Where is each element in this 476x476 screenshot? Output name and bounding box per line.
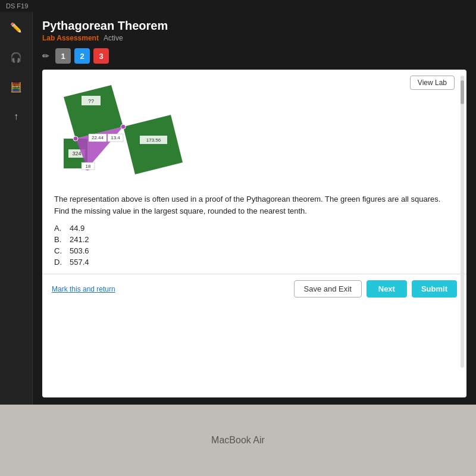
subtitle-row: Lab Assessment Active (42, 34, 466, 42)
tab-2[interactable]: 2 (74, 48, 90, 64)
bottom-bar: Mark this and return Save and Exit Next … (42, 274, 466, 303)
svg-text:324: 324 (72, 151, 81, 156)
diagram-svg: ?? 324 173.56 22.44 (52, 79, 218, 189)
question-panel: View Lab ?? 324 (42, 70, 466, 397)
answer-value-d: 557.4 (70, 258, 89, 267)
mark-return-link[interactable]: Mark this and return (52, 285, 115, 293)
question-tabs: ✏ 1 2 3 (42, 48, 466, 64)
headphone-icon[interactable]: 🎧 (7, 48, 26, 67)
diagram-area: ?? 324 173.56 22.44 (42, 70, 221, 189)
answer-option-c[interactable]: C. 503.6 (54, 246, 455, 255)
main-content: Pythagorean Theorem Lab Assessment Activ… (33, 12, 476, 405)
top-bar-label: DS F19 (6, 2, 28, 10)
answer-letter-a: A. (54, 224, 66, 233)
answer-letter-d: D. (54, 258, 66, 267)
macbook-label: MacBook Air (211, 435, 265, 446)
top-bar: DS F19 (0, 0, 476, 12)
calculator-icon[interactable]: 🧮 (7, 77, 26, 96)
arrow-up-icon[interactable]: ↑ (7, 107, 26, 126)
svg-text:18: 18 (86, 164, 91, 169)
answer-option-d[interactable]: D. 557.4 (54, 258, 455, 267)
scrollbar-thumb[interactable] (461, 80, 464, 104)
svg-text:??: ?? (88, 98, 94, 104)
bottom-buttons: Save and Exit Next Submit (294, 280, 457, 298)
sidebar: ✏️ 🎧 🧮 ↑ (0, 12, 33, 405)
answer-value-b: 241.2 (70, 235, 89, 244)
save-exit-button[interactable]: Save and Exit (294, 280, 362, 298)
svg-text:13.4: 13.4 (111, 135, 120, 140)
svg-point-14 (73, 136, 78, 141)
svg-text:22.44: 22.44 (92, 135, 104, 140)
answer-option-b[interactable]: B. 241.2 (54, 235, 455, 244)
svg-point-15 (121, 124, 126, 129)
pencil-icon: ✏ (42, 51, 49, 61)
answer-value-a: 44.9 (70, 224, 84, 233)
active-label: Active (104, 34, 123, 42)
macbook-bar: MacBook Air (0, 405, 476, 476)
tab-1[interactable]: 1 (55, 48, 71, 64)
scrollbar-track[interactable] (461, 76, 464, 368)
question-text: The representation above is often used i… (42, 189, 466, 219)
next-button[interactable]: Next (367, 280, 407, 298)
svg-text:173.56: 173.56 (146, 137, 161, 143)
answer-letter-c: C. (54, 246, 66, 255)
answer-options: A. 44.9 B. 241.2 C. 503.6 D. 557.4 (42, 219, 466, 274)
lab-assessment-label: Lab Assessment (42, 34, 99, 42)
answer-value-c: 503.6 (70, 246, 89, 255)
view-lab-button[interactable]: View Lab (410, 76, 455, 90)
answer-letter-b: B. (54, 235, 66, 244)
tab-3[interactable]: 3 (93, 48, 109, 64)
pencil-sidebar-icon[interactable]: ✏️ (7, 18, 26, 37)
submit-button[interactable]: Submit (412, 280, 457, 298)
page-title: Pythagorean Theorem (42, 19, 466, 33)
svg-marker-6 (123, 115, 183, 174)
answer-option-a[interactable]: A. 44.9 (54, 224, 455, 233)
